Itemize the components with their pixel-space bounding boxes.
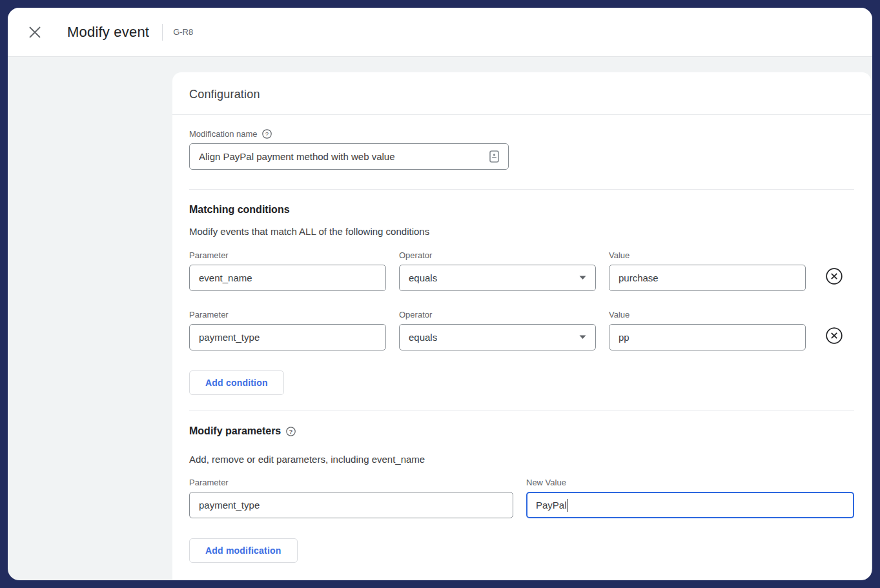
modification-name-input[interactable]: Align PayPal payment method with web val…: [189, 143, 509, 170]
matching-conditions-section: Matching conditions Modify events that m…: [189, 190, 854, 411]
dialog-body: Configuration Modification name ?: [8, 57, 872, 580]
matching-conditions-subtitle: Modify events that match ALL of the foll…: [189, 226, 854, 237]
condition-2-parameter-col: Parameter payment_type: [189, 310, 386, 350]
add-condition-button[interactable]: Add condition: [189, 370, 284, 395]
condition-2-operator-select[interactable]: equals: [399, 324, 596, 350]
operator-column-label: Operator: [399, 250, 432, 260]
matching-conditions-title: Matching conditions: [189, 204, 854, 216]
condition-1-operator-col: Operator equals: [399, 250, 596, 291]
condition-1-operator-value: equals: [409, 272, 437, 283]
card-title: Configuration: [172, 72, 871, 114]
chevron-down-icon: [579, 276, 586, 280]
condition-2-parameter-value: payment_type: [199, 332, 260, 343]
value-column-label: Value: [609, 310, 629, 319]
dialog-header: Modify event G-R8: [8, 8, 872, 57]
condition-2-value-col: Value pp: [609, 310, 806, 350]
text-cursor: [568, 499, 568, 512]
operator-column-label: Operator: [399, 310, 432, 319]
modification-1-parameter-col: Parameter payment_type: [189, 478, 513, 518]
modification-name-label: Modification name: [189, 129, 258, 139]
modify-parameters-subtitle: Add, remove or edit parameters, includin…: [189, 454, 854, 465]
condition-1-parameter-field[interactable]: event_name: [189, 265, 386, 291]
value-column-label: Value: [609, 250, 629, 260]
new-value-column-label: New Value: [526, 478, 566, 487]
condition-1-parameter-value: event_name: [199, 272, 252, 283]
help-icon[interactable]: ?: [262, 129, 272, 139]
parameter-column-label: Parameter: [189, 310, 229, 319]
condition-2-value-field[interactable]: pp: [609, 324, 806, 350]
modify-parameters-title: Modify parameters: [189, 425, 281, 437]
modification-row: Parameter payment_type New Value PayPal: [189, 478, 854, 518]
modification-1-newvalue-field[interactable]: PayPal: [526, 492, 854, 518]
parameter-column-label: Parameter: [189, 478, 229, 487]
condition-1-value-value: purchase: [619, 272, 659, 283]
help-icon[interactable]: ?: [286, 427, 296, 436]
remove-condition-2-icon[interactable]: [825, 327, 843, 345]
modify-event-dialog: Modify event G-R8 Configuration Modifica…: [8, 8, 872, 580]
parameter-column-label: Parameter: [189, 250, 229, 260]
modification-1-newvalue-value: PayPal: [536, 500, 567, 511]
remove-condition-1-icon[interactable]: [825, 267, 843, 285]
condition-1-operator-select[interactable]: equals: [399, 265, 596, 291]
modify-parameters-section: Modify parameters ? Add, remove or edit …: [189, 411, 854, 576]
condition-row: Parameter event_name Operator equals: [189, 250, 854, 291]
modification-name-value: Align PayPal payment method with web val…: [199, 151, 483, 162]
header-divider: [162, 24, 163, 41]
chevron-down-icon: [579, 335, 586, 340]
condition-1-value-col: Value purchase: [609, 250, 806, 291]
modification-1-newvalue-col: New Value PayPal: [526, 478, 854, 518]
condition-2-operator-value: equals: [409, 332, 437, 343]
add-modification-button[interactable]: Add modification: [189, 538, 298, 563]
svg-text:?: ?: [265, 130, 268, 137]
condition-1-parameter-col: Parameter event_name: [189, 250, 386, 291]
stream-id: G-R8: [173, 27, 193, 37]
configuration-card: Configuration Modification name ?: [172, 72, 871, 580]
autofill-icon[interactable]: [489, 150, 499, 163]
modification-1-parameter-field[interactable]: payment_type: [189, 492, 513, 518]
modification-1-parameter-value: payment_type: [199, 500, 260, 511]
condition-2-operator-col: Operator equals: [399, 310, 596, 350]
condition-row: Parameter payment_type Operator equals: [189, 310, 854, 350]
svg-text:?: ?: [289, 428, 293, 435]
close-icon[interactable]: [27, 25, 43, 40]
page-title: Modify event: [67, 24, 149, 41]
condition-2-parameter-field[interactable]: payment_type: [189, 324, 386, 350]
condition-2-value-value: pp: [619, 332, 629, 343]
modification-name-section: Modification name ? Align PayPal payment…: [189, 115, 854, 189]
condition-1-value-field[interactable]: purchase: [609, 265, 806, 291]
modification-name-label-row: Modification name ?: [189, 129, 854, 139]
